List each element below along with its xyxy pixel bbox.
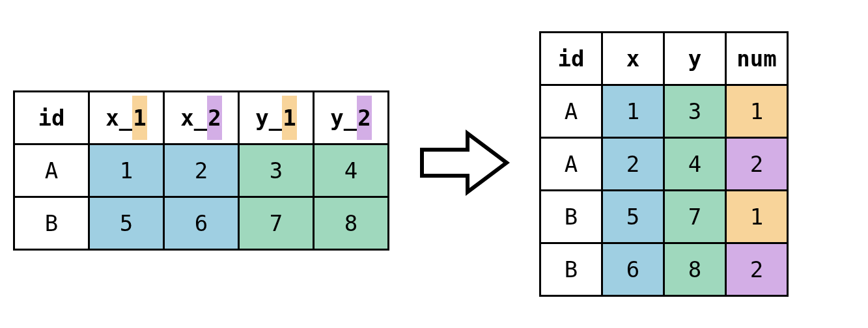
cell-id: B — [540, 243, 602, 296]
diagram-container: id x_1 x_2 y_1 y_2 A — [13, 20, 855, 308]
col-id: id — [14, 92, 89, 144]
table-row: A 1 2 3 4 — [14, 144, 389, 197]
arrow-icon — [415, 124, 513, 204]
cell-x2: 6 — [164, 197, 239, 250]
cell-id: B — [540, 191, 602, 243]
cell-id: A — [540, 85, 602, 138]
long-table-wrapper: id x y num A 1 3 1 A 2 4 2 — [539, 31, 789, 297]
cell-num: 2 — [726, 138, 788, 191]
col-id: id — [540, 33, 602, 85]
cell-id: A — [540, 138, 602, 191]
cell-num: 2 — [726, 243, 788, 296]
col-y2-suffix: 2 — [357, 105, 371, 131]
cell-id: B — [14, 197, 89, 250]
col-x1-prefix: x_ — [105, 105, 132, 131]
col-x1-suffix: 1 — [132, 105, 147, 131]
col-y1-prefix: y_ — [255, 105, 282, 131]
table-row: B 5 6 7 8 — [14, 197, 389, 250]
cell-num: 1 — [726, 85, 788, 138]
cell-x: 5 — [602, 191, 664, 243]
col-y1: y_1 — [239, 92, 314, 144]
cell-id: A — [14, 144, 89, 197]
long-table: id x y num A 1 3 1 A 2 4 2 — [539, 31, 789, 297]
cell-y: 4 — [664, 138, 726, 191]
cell-x2: 2 — [164, 144, 239, 197]
col-y2: y_2 — [314, 92, 389, 144]
cell-num: 1 — [726, 191, 788, 243]
cell-y: 3 — [664, 85, 726, 138]
col-num: num — [726, 33, 788, 85]
col-x1: x_1 — [89, 92, 164, 144]
cell-y2: 4 — [314, 144, 389, 197]
cell-x: 1 — [602, 85, 664, 138]
wide-table-wrapper: id x_1 x_2 y_1 y_2 A — [13, 77, 389, 251]
cell-x1: 5 — [89, 197, 164, 250]
col-y: y — [664, 33, 726, 85]
cell-y2: 8 — [314, 197, 389, 250]
col-y2-prefix: y_ — [330, 105, 357, 131]
col-x2-suffix: 2 — [207, 105, 221, 131]
cell-x: 2 — [602, 138, 664, 191]
col-y1-suffix: 1 — [282, 105, 296, 131]
cell-y1: 3 — [239, 144, 314, 197]
table-row: A 2 4 2 — [540, 138, 788, 191]
table-row: B 6 8 2 — [540, 243, 788, 296]
col-x2: x_2 — [164, 92, 239, 144]
cell-y: 8 — [664, 243, 726, 296]
cell-y: 7 — [664, 191, 726, 243]
wide-table: id x_1 x_2 y_1 y_2 A — [13, 90, 389, 251]
cell-y1: 7 — [239, 197, 314, 250]
cell-x1: 1 — [89, 144, 164, 197]
table-row: B 5 7 1 — [540, 191, 788, 243]
col-x2-prefix: x_ — [180, 105, 207, 131]
col-x: x — [602, 33, 664, 85]
cell-x: 6 — [602, 243, 664, 296]
table-row: A 1 3 1 — [540, 85, 788, 138]
